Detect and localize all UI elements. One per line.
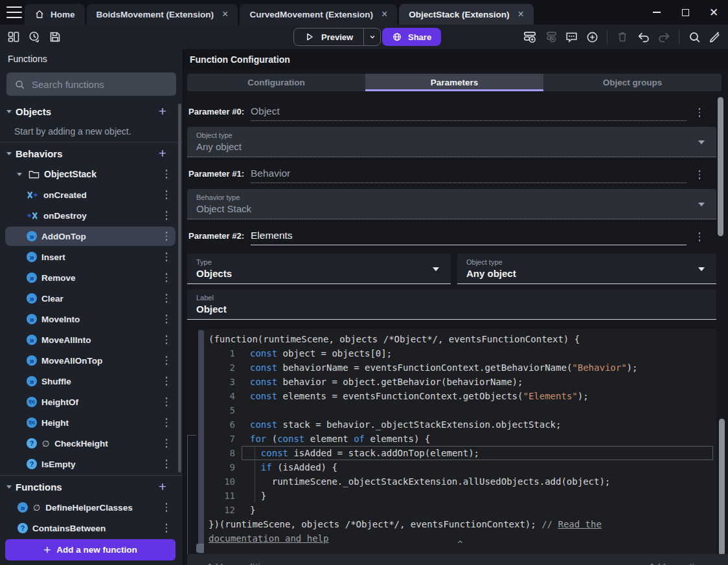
tab-objectstack-extension[interactable]: ObjectStack (Extension)× <box>399 4 534 25</box>
sidebar-item-moveallontop[interactable]: »MoveAllOnTop <box>0 350 183 371</box>
parameter-2-object-type-select[interactable]: Object type Any object <box>457 254 716 284</box>
parameter-2-menu-button[interactable] <box>697 232 702 241</box>
add-condition-button[interactable]: Add a condition <box>207 562 270 565</box>
save-button[interactable] <box>45 27 65 47</box>
delete-button[interactable] <box>613 27 632 47</box>
functions-section-header[interactable]: Functions + <box>0 476 183 497</box>
code-line-5[interactable]: 5 <box>204 403 716 417</box>
sidebar-item-shuffle[interactable]: »Shuffle <box>0 371 183 392</box>
close-tab-icon[interactable]: × <box>381 9 387 19</box>
sidebar-item-definehelperclasses[interactable]: »∅DefineHelperClasses <box>0 497 183 518</box>
parameter-2-type-select[interactable]: Type Objects <box>187 254 451 284</box>
add-circle-button[interactable] <box>582 27 602 47</box>
code-line-12[interactable]: 12} <box>204 503 716 517</box>
code-line-8[interactable]: 8 const isAdded = stack.addOnTop(element… <box>204 446 716 460</box>
item-menu-button[interactable] <box>164 524 169 533</box>
sidebar-scrollbar-thumb[interactable] <box>178 104 181 472</box>
sidebar-item-checkheight[interactable]: ?∅CheckHeight <box>0 433 183 454</box>
parameter-0-name-field[interactable]: Object <box>251 104 687 121</box>
sidebar-item-isempty[interactable]: ?IsEmpty <box>0 454 183 474</box>
parameter-2-name-field[interactable]: Elements <box>251 228 687 245</box>
code-line-2[interactable]: 2const behaviorName = eventsFunctionCont… <box>204 360 716 375</box>
add-action-button[interactable]: Add an action <box>649 562 705 565</box>
code-line-11[interactable]: 11 } <box>204 489 716 503</box>
code-line-6[interactable]: 6const stack = behavior._objectStackExte… <box>204 417 716 432</box>
redo-button[interactable] <box>654 27 674 47</box>
maximize-button[interactable] <box>671 0 700 25</box>
item-menu-button[interactable] <box>164 211 169 220</box>
sidebar-item-clear[interactable]: »Clear <box>0 288 183 309</box>
documentation-link[interactable]: documentation and help <box>209 533 328 544</box>
share-button[interactable]: Share <box>382 28 441 46</box>
item-menu-button[interactable] <box>164 232 169 241</box>
add-function-plus-button[interactable]: + <box>155 479 170 494</box>
collapse-caret[interactable]: ^ <box>458 537 463 551</box>
tab-boidsmovement-extension[interactable]: BoidsMovement (Extension)× <box>87 4 238 25</box>
item-menu-button[interactable] <box>164 460 169 469</box>
parameter-1-behavior-type-select[interactable]: Behavior type Object Stack <box>187 189 716 219</box>
search-functions-box[interactable] <box>6 72 176 96</box>
tab-configuration[interactable]: Configuration <box>187 74 365 91</box>
sidebar-item-moveallinto[interactable]: »MoveAllInto <box>0 329 183 350</box>
item-menu-button[interactable] <box>164 294 169 303</box>
tab-curvedmovement-extension[interactable]: CurvedMovement (Extension)× <box>240 4 397 25</box>
parameter-1-menu-button[interactable] <box>697 170 702 179</box>
sidebar-item-containsbetween[interactable]: ?ContainsBetween <box>0 518 183 538</box>
collapse-caret-icon[interactable] <box>6 110 12 113</box>
item-menu-button[interactable] <box>164 418 169 427</box>
history-button[interactable] <box>25 27 44 47</box>
sidebar-item-heightof[interactable]: f(x)HeightOf <box>0 392 183 412</box>
add-subevent-button[interactable] <box>541 27 560 47</box>
parameters-scrollbar-thumb[interactable] <box>718 97 723 236</box>
main-menu-button[interactable] <box>6 6 22 18</box>
code-line-10[interactable]: 10 runtimeScene._objectStackExtension.al… <box>204 474 716 489</box>
item-menu-button[interactable] <box>164 503 169 512</box>
code-line-4[interactable]: 4const elements = eventsFunctionContext.… <box>204 389 716 403</box>
item-menu-button[interactable] <box>164 273 169 282</box>
preview-options-button[interactable] <box>363 28 380 45</box>
code-line-3[interactable]: 3const behavior = object.getBehavior(beh… <box>204 375 716 389</box>
tab-home[interactable]: Home <box>25 4 85 25</box>
parameter-1-name-field[interactable]: Behavior <box>251 166 687 183</box>
add-behavior-button[interactable]: + <box>155 146 170 161</box>
objects-section-header[interactable]: Objects + <box>0 101 183 122</box>
search-functions-input[interactable] <box>32 79 161 90</box>
collapse-caret-icon[interactable] <box>6 485 12 489</box>
sidebar-item-ondestroy[interactable]: onDestroy <box>0 205 183 226</box>
sidebar-item-insert[interactable]: »Insert <box>0 247 183 267</box>
item-menu-button[interactable] <box>164 315 169 324</box>
code-line-7[interactable]: 7for (const element of elements) { <box>204 432 716 446</box>
tab-object-groups[interactable]: Object groups <box>543 74 722 91</box>
sidebar-item-height[interactable]: f(x)Height <box>0 412 183 433</box>
preview-button[interactable]: Preview <box>293 28 381 46</box>
close-tab-icon[interactable]: × <box>222 9 228 19</box>
collapse-caret-icon[interactable] <box>17 173 22 176</box>
collapse-caret-icon[interactable] <box>6 152 12 155</box>
sidebar-item-moveinto[interactable]: »MoveInto <box>0 309 183 329</box>
close-tab-icon[interactable]: × <box>518 9 524 19</box>
close-button[interactable]: ✕ <box>700 0 728 25</box>
item-menu-button[interactable] <box>164 397 169 406</box>
minimize-button[interactable] <box>643 0 671 25</box>
add-comment-button[interactable] <box>562 27 581 47</box>
parameter-0-object-type-select[interactable]: Object type Any object <box>187 127 716 157</box>
code-line-9[interactable]: 9 if (isAdded) { <box>204 460 716 474</box>
add-object-button[interactable]: + <box>155 104 170 119</box>
sidebar-item-addontop[interactable]: »AddOnTop <box>0 226 183 247</box>
search-events-button[interactable] <box>685 27 704 47</box>
panels-layout-button[interactable] <box>4 27 23 47</box>
code-line-1[interactable]: 1const object = objects[0]; <box>204 346 716 360</box>
behavior-group-objectstack[interactable]: ObjectStack <box>0 164 183 184</box>
item-menu-button[interactable] <box>164 356 169 365</box>
item-menu-button[interactable] <box>164 377 169 386</box>
item-menu-button[interactable] <box>164 439 169 448</box>
javascript-code-editor[interactable]: (function(runtimeScene, objects /*Object… <box>204 329 716 554</box>
item-menu-button[interactable] <box>164 252 169 261</box>
behaviors-section-header[interactable]: Behaviors + <box>0 143 183 164</box>
parameter-0-menu-button[interactable] <box>697 108 702 117</box>
sidebar-item-oncreated[interactable]: onCreated <box>0 184 183 205</box>
add-new-function-button[interactable]: + Add a new function <box>5 539 176 560</box>
undo-button[interactable] <box>633 27 653 47</box>
add-event-button[interactable] <box>520 27 540 47</box>
sidebar-item-remove[interactable]: »Remove <box>0 267 183 288</box>
